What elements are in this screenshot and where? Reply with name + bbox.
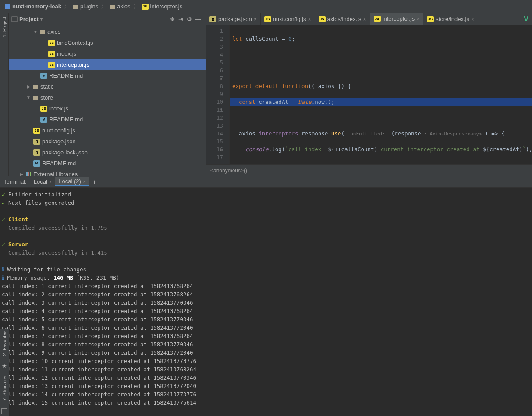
breadcrumb-root[interactable]: nuxt-memory-leak — [3, 3, 63, 10]
tree-item[interactable]: ▼store — [9, 92, 206, 103]
gutter-line[interactable]: 4⊟ — [208, 51, 223, 59]
tool-window-icon[interactable] — [1, 408, 7, 414]
structure-tool-tab[interactable]: 7: Structure — [2, 374, 7, 403]
chevron-right-icon[interactable]: ▶ — [26, 84, 31, 89]
svg-rect-4 — [40, 30, 45, 34]
fold-icon[interactable]: ⊟ — [220, 106, 222, 114]
tree-item[interactable]: MREADME.md — [9, 114, 206, 125]
add-terminal-button[interactable]: + — [89, 178, 99, 185]
js-icon: JS — [319, 16, 326, 22]
tree-item-label: store — [40, 94, 53, 101]
chevron-down-icon[interactable]: ▾ — [40, 17, 43, 21]
svg-rect-3 — [12, 17, 17, 22]
gutter-line[interactable]: 12 — [208, 114, 223, 122]
tree-item-label: External Libraries — [33, 171, 78, 176]
breadcrumb-axios[interactable]: axios — [107, 3, 132, 10]
gutter-line[interactable]: 15 — [208, 138, 223, 146]
md-icon: M — [40, 73, 47, 79]
project-view-icon — [11, 16, 18, 22]
gutter-line[interactable]: 5 — [208, 59, 223, 67]
gutter-line[interactable]: 10 — [208, 98, 223, 106]
tree-item[interactable]: JSinterceptor.js — [9, 59, 206, 70]
tree-item[interactable]: JSindex.js — [9, 48, 206, 59]
gutter-line[interactable]: 16⊟ — [208, 146, 223, 153]
terminal-output[interactable]: ✓ Builder initialized ✓ Nuxt files gener… — [0, 188, 532, 416]
close-icon[interactable]: × — [416, 16, 419, 22]
chevron-right-icon[interactable]: ▶ — [19, 172, 24, 176]
fold-icon[interactable]: ⊟ — [220, 130, 222, 138]
close-icon[interactable]: × — [49, 179, 52, 185]
gutter-line[interactable]: 8 — [208, 82, 223, 90]
svg-rect-2 — [110, 5, 115, 9]
left-bottom-strip: 2: Favorites ★ 7: Structure — [0, 329, 9, 416]
chevron-down-icon[interactable]: ▼ — [33, 29, 38, 34]
close-icon[interactable]: × — [471, 16, 474, 22]
gutter-line[interactable]: 13 — [208, 122, 223, 130]
tree-item[interactable]: ▶static — [9, 81, 206, 92]
chevron-right-icon: 〉 — [101, 3, 106, 11]
hide-icon[interactable]: — — [194, 15, 203, 23]
gutter-line[interactable]: 6 — [208, 67, 223, 75]
gutter-line[interactable]: 3 — [208, 43, 223, 51]
tree-item[interactable]: MREADME.md — [9, 70, 206, 81]
tree-item-label: package.json — [42, 138, 76, 145]
tree-item[interactable]: {}package.json — [9, 136, 206, 147]
close-icon[interactable]: × — [363, 16, 366, 22]
svg-rect-8 — [28, 172, 29, 176]
gutter-line[interactable]: 1 — [208, 27, 223, 35]
chevron-right-icon: 〉 — [133, 3, 139, 11]
project-panel-title[interactable]: Project — [19, 16, 39, 22]
project-tree[interactable]: ▼axiosJSbindContext.jsJSindex.jsJSinterc… — [9, 25, 206, 176]
favorites-tool-tab[interactable]: 2: Favorites — [2, 329, 7, 357]
gutter-line[interactable]: 14⊟ — [208, 130, 223, 138]
close-icon[interactable]: × — [254, 16, 257, 22]
folder-icon — [72, 4, 78, 10]
tab-label: nuxt.config.js — [273, 16, 306, 22]
editor-tab[interactable]: JSaxios/index.js× — [315, 13, 370, 25]
gutter-line[interactable]: 11⊟ — [208, 106, 223, 114]
left-tool-strip: 1: Project — [0, 13, 9, 176]
project-tool-tab[interactable]: 1: Project — [2, 15, 7, 39]
tree-item[interactable]: JSnuxt.config.js — [9, 125, 206, 136]
tree-item-label: index.js — [57, 50, 76, 57]
gutter-line[interactable]: 9 — [208, 90, 223, 98]
svg-rect-5 — [33, 85, 38, 89]
editor-tab[interactable]: JSstore/index.js× — [423, 13, 478, 25]
editor-tab[interactable]: {}package.json× — [206, 13, 261, 25]
tree-item[interactable]: JSbindContext.js — [9, 37, 206, 48]
tree-item[interactable]: ▼axios — [9, 26, 206, 37]
close-icon[interactable]: × — [83, 179, 85, 184]
js-icon: JS — [264, 16, 271, 22]
fold-icon[interactable]: ⊟ — [220, 75, 222, 82]
editor-breadcrumb[interactable]: <anonymous>() — [206, 164, 532, 176]
gutter-line[interactable]: 7⊟ — [208, 75, 223, 82]
gutter-line[interactable]: 2 — [208, 35, 223, 43]
editor-tab[interactable]: JSnuxt.config.js× — [261, 13, 315, 25]
tree-item[interactable]: MREADME.md — [9, 158, 206, 169]
editor-tab[interactable]: JSinterceptor.js× — [370, 13, 424, 25]
svg-rect-6 — [33, 96, 38, 100]
editor-code[interactable]: let callsCount = 0; export default funct… — [230, 25, 532, 164]
js-icon: JS — [142, 4, 149, 10]
breadcrumb-file[interactable]: JS interceptor.js — [140, 3, 184, 10]
tree-item[interactable]: ▶External Libraries — [9, 169, 206, 176]
locate-icon[interactable]: ✥ — [168, 15, 177, 23]
gutter-line[interactable]: 17 — [208, 153, 223, 161]
breadcrumb-plugins[interactable]: plugins — [71, 3, 100, 10]
gear-icon[interactable]: ⚙ — [185, 15, 194, 23]
tree-item[interactable]: {}package-lock.json — [9, 147, 206, 158]
close-icon[interactable]: × — [308, 16, 311, 22]
chevron-down-icon[interactable]: ▼ — [26, 95, 31, 100]
folder-icon — [32, 84, 39, 90]
js-icon: JS — [374, 16, 381, 22]
terminal-tab-local[interactable]: Local× — [30, 178, 56, 186]
fold-icon[interactable]: ⊟ — [220, 146, 222, 153]
fold-icon[interactable]: ⊟ — [220, 51, 222, 59]
editor-gutter[interactable]: 1234⊟567⊟891011⊟121314⊟1516⊟17 — [206, 25, 230, 164]
svg-rect-1 — [73, 5, 78, 9]
terminal-tab-local-2[interactable]: Local (2)× — [55, 177, 89, 186]
editor-area: {}package.json×JSnuxt.config.js×JSaxios/… — [206, 13, 532, 176]
collapse-icon[interactable]: ⇥ — [177, 15, 185, 23]
nav-breadcrumb: nuxt-memory-leak 〉 plugins 〉 axios 〉 JS … — [0, 0, 532, 13]
tree-item[interactable]: JSindex.js — [9, 103, 206, 114]
